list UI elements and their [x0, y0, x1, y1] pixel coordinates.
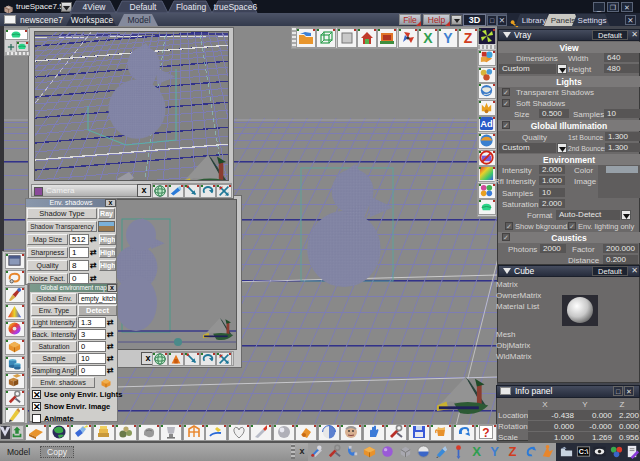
- svg-text:Y: Y: [443, 30, 453, 46]
- svg-text:Z: Z: [464, 30, 473, 46]
- svg-text:Ad: Ad: [480, 120, 493, 130]
- svg-text:Model: Model: [127, 15, 150, 25]
- svg-text:X: X: [423, 30, 433, 46]
- svg-text:Z: Z: [508, 444, 516, 459]
- svg-text:trueSpace6: trueSpace6: [214, 2, 258, 12]
- svg-text:Settings: Settings: [578, 16, 607, 25]
- svg-text:X: X: [472, 444, 481, 459]
- svg-text:Default: Default: [130, 2, 158, 12]
- svg-text:Floating: Floating: [176, 2, 207, 12]
- svg-text:4View: 4View: [83, 2, 107, 12]
- svg-text:Y: Y: [490, 444, 499, 459]
- svg-text:Library: Library: [522, 16, 546, 25]
- svg-text:C:\: C:\: [578, 448, 587, 455]
- svg-text:?: ?: [482, 426, 489, 440]
- svg-text:Panels: Panels: [551, 16, 575, 25]
- svg-text:Workspace: Workspace: [71, 15, 114, 25]
